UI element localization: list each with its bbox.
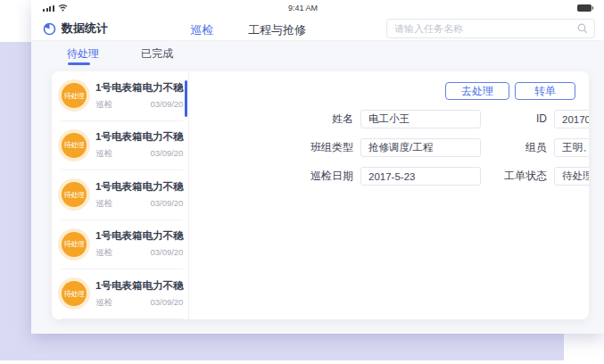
task-list-item[interactable]: 待处理 1号电表箱电力不稳 巡检 03/09/20 — [52, 121, 188, 171]
task-date: 03/09/20 — [150, 99, 183, 111]
task-list: 待处理 1号电表箱电力不稳 巡检 03/09/20 — [52, 71, 189, 319]
name-field[interactable] — [360, 110, 481, 128]
task-type: 巡检 — [95, 198, 112, 210]
pie-chart-icon — [43, 22, 56, 36]
status-badge: 待处理 — [62, 281, 87, 306]
signal-icon — [43, 5, 54, 12]
task-type: 巡检 — [95, 297, 112, 309]
task-title: 1号电表箱电力不稳 — [95, 81, 183, 95]
status-time: 9:41 AM — [288, 4, 318, 12]
status-badge: 待处理 — [62, 83, 87, 108]
task-date: 03/09/20 — [150, 148, 183, 160]
list-scrollbar-thumb[interactable] — [185, 80, 187, 117]
app-title: 数据统计 — [43, 21, 108, 37]
search-input[interactable] — [387, 20, 577, 37]
members-field[interactable] — [554, 138, 589, 157]
task-date: 03/09/20 — [150, 297, 183, 309]
battery-icon — [577, 4, 594, 12]
task-list-item[interactable]: 待处理 1号电表箱电力不稳 巡检 03/09/20 — [52, 170, 188, 220]
detail-form: 姓名 ID 班组类型 组员 巡检日期 — [189, 110, 589, 195]
content-area: 待处理 已完成 待处理 1号电表箱电力不稳 巡检 03/09/20 — [31, 41, 604, 334]
task-panel: 待处理 1号电表箱电力不稳 巡检 03/09/20 — [52, 71, 589, 319]
task-detail: 去处理 转单 姓名 ID 班组类型 组员 — [189, 71, 589, 319]
task-date: 03/09/20 — [150, 198, 183, 210]
task-type: 巡检 — [95, 148, 112, 160]
nav-tab-engineering-repair[interactable]: 工程与抢修 — [248, 22, 306, 38]
task-list-item[interactable]: 待处理 1号电表箱电力不稳 巡检 03/09/20 — [52, 269, 188, 319]
tablet-screen: 9:41 AM 数据统计 巡检 工程与抢修 — [31, 0, 604, 334]
nav-tab-inspection[interactable]: 巡检 — [190, 22, 213, 38]
id-label: ID — [488, 110, 547, 128]
tab-completed[interactable]: 已完成 — [141, 46, 173, 62]
status-bar: 9:41 AM — [31, 0, 604, 16]
task-type: 巡检 — [95, 99, 112, 111]
active-tab-underline — [68, 62, 90, 65]
inspection-date-field[interactable] — [360, 167, 481, 186]
task-title: 1号电表箱电力不稳 — [95, 229, 183, 243]
tab-pending[interactable]: 待处理 — [67, 46, 99, 62]
task-title: 1号电表箱电力不稳 — [95, 130, 183, 144]
status-badge: 待处理 — [62, 182, 87, 207]
search-box — [386, 19, 595, 38]
app-title-label: 数据统计 — [62, 21, 108, 37]
inspection-date-label: 巡检日期 — [189, 167, 353, 186]
search-icon[interactable] — [577, 23, 588, 34]
transfer-order-button[interactable]: 转单 — [515, 82, 575, 100]
members-label: 组员 — [488, 138, 547, 157]
wifi-icon — [58, 4, 68, 12]
order-status-field[interactable] — [554, 167, 589, 186]
task-title: 1号电表箱电力不稳 — [95, 180, 183, 194]
name-label: 姓名 — [189, 110, 353, 128]
task-title: 1号电表箱电力不稳 — [95, 279, 183, 293]
task-type: 巡检 — [95, 247, 112, 259]
app-header: 数据统计 巡检 工程与抢修 — [31, 16, 604, 41]
process-button[interactable]: 去处理 — [445, 82, 509, 100]
status-badge: 待处理 — [62, 133, 87, 158]
task-list-item[interactable]: 待处理 1号电表箱电力不稳 巡检 03/09/20 — [52, 71, 188, 121]
status-badge: 待处理 — [62, 232, 87, 257]
page: 9:41 AM 数据统计 巡检 工程与抢修 — [0, 0, 604, 364]
team-type-label: 班组类型 — [189, 138, 353, 157]
id-field[interactable] — [554, 110, 589, 128]
order-status-label: 工单状态 — [488, 167, 547, 186]
team-type-field[interactable] — [360, 138, 481, 157]
task-list-item[interactable]: 待处理 1号电表箱电力不稳 巡检 03/09/20 — [52, 220, 188, 270]
task-date: 03/09/20 — [150, 247, 183, 259]
